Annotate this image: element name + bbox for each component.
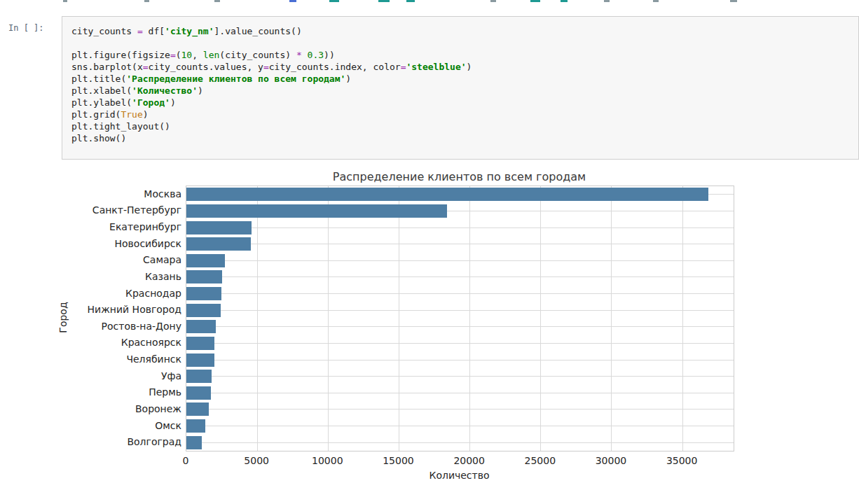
bar-Красноярск: [186, 337, 214, 350]
y-tick-label: Волгоград: [55, 435, 181, 448]
clipped-text-fragment: [604, 0, 610, 2]
bar-Ростов-на-Дону: [186, 320, 216, 333]
gridline: [328, 186, 329, 451]
y-tick-label: Краснодар: [55, 287, 181, 300]
code-token: 'Распределение клиентов по всем городам': [126, 74, 345, 84]
code-token: ,: [192, 50, 203, 60]
code-token: sns.barplot(x: [71, 62, 143, 72]
clipped-text-fragment: [653, 0, 659, 2]
y-tick-label: Новосибирск: [55, 237, 181, 250]
code-token: city_counts: [71, 26, 137, 36]
gridline: [540, 186, 541, 451]
bar-Казань: [186, 270, 222, 284]
bar-Омск: [186, 419, 205, 433]
code-line: plt.title('Распределение клиентов по все…: [71, 73, 854, 85]
clipped-text-fragment: [561, 0, 568, 2]
code-token: city_counts.values, y: [149, 62, 263, 72]
code-line: sns.barplot(x=city_counts.values, y=city…: [71, 61, 854, 73]
code-token: (city_counts): [219, 50, 296, 60]
clipped-text-fragment: [378, 0, 390, 2]
y-tick-label: Уфа: [55, 370, 181, 382]
clipped-text-fragment: [730, 0, 737, 2]
gridline: [186, 293, 734, 294]
y-tick-label: Екатеринбург: [55, 220, 181, 233]
code-line: city_counts = df['city_nm'].value_counts…: [71, 25, 854, 37]
gridline: [186, 260, 734, 261]
x-tick-label: 20000: [445, 455, 494, 467]
gridline: [682, 186, 683, 451]
code-token: =: [263, 62, 269, 72]
gridline: [186, 393, 734, 393]
bar-Волгоград: [186, 436, 202, 449]
y-tick-label: Самара: [55, 253, 181, 266]
y-tick-label: Нижний Новгород: [55, 303, 181, 316]
code-token: ].value_counts(): [214, 26, 302, 36]
code-cell[interactable]: city_counts = df['city_nm'].value_counts…: [62, 16, 859, 160]
x-tick-label: 5000: [232, 455, 281, 467]
gridline: [186, 376, 734, 377]
y-tick-label: Омск: [55, 419, 181, 432]
x-tick-label: 0: [161, 455, 210, 467]
code-token: =: [170, 50, 176, 60]
code-line: plt.show(): [71, 132, 854, 144]
y-tick-label: Санкт-Петербург: [55, 204, 181, 216]
bar-Новосибирск: [186, 237, 251, 251]
gridline: [186, 310, 734, 311]
bar-Санкт-Петербург: [186, 204, 447, 218]
gridline: [186, 244, 734, 244]
clipped-text-fragment: [214, 0, 220, 2]
code-line: plt.grid(True): [71, 108, 854, 120]
clipped-text-fragment: [289, 0, 296, 2]
bar-Уфа: [186, 370, 212, 383]
code-token: True: [121, 109, 142, 120]
bar-Пермь: [186, 386, 211, 400]
code-token: ): [170, 97, 176, 108]
gridline: [186, 343, 734, 344]
code-token: plt.grid(: [71, 109, 121, 120]
bar-Москва: [186, 188, 708, 201]
y-tick-label: Ростов-на-Дону: [55, 320, 181, 332]
plot-area: [186, 186, 734, 451]
gridline: [469, 186, 470, 451]
bar-Челябинск: [186, 354, 214, 367]
clipped-text-fragment: [406, 0, 415, 2]
code-editor[interactable]: city_counts = df['city_nm'].value_counts…: [71, 25, 854, 144]
code-token: plt.figure(figsize: [71, 50, 170, 60]
code-token: plt.tight_layout(): [71, 121, 170, 132]
code-token: 'Количество': [132, 85, 198, 96]
gridline: [186, 276, 734, 277]
code-line: [71, 37, 854, 49]
code-token: plt.xlabel(: [71, 85, 132, 96]
code-token: 'Город': [132, 97, 170, 108]
code-token: 10: [181, 50, 193, 60]
code-token: city_counts.index, color: [269, 62, 401, 72]
gridline: [257, 186, 258, 451]
cell-execution-prompt: In [ ]:: [8, 23, 57, 33]
code-line: plt.figure(figsize=(10, len(city_counts)…: [71, 49, 854, 61]
gridline: [399, 186, 399, 451]
bar-Краснодар: [186, 287, 221, 300]
code-token: len: [203, 50, 219, 60]
gridline: [611, 186, 612, 451]
code-token: 'city_nm': [165, 26, 214, 36]
chart-output: Распределение клиентов по всем городам К…: [55, 168, 755, 504]
code-token: *: [296, 50, 302, 60]
clipped-text-fragment: [63, 0, 67, 2]
bar-Екатеринбург: [186, 221, 252, 234]
code-token: ): [467, 62, 472, 72]
bar-Самара: [186, 254, 225, 267]
code-line: plt.ylabel('Город'): [71, 97, 854, 108]
y-tick-label: Москва: [55, 188, 181, 200]
x-tick-label: 10000: [303, 455, 352, 467]
code-line: plt.xlabel('Количество'): [71, 85, 854, 97]
x-tick-label: 25000: [516, 455, 565, 467]
y-tick-label: Красноярск: [55, 336, 181, 349]
code-token: ): [143, 109, 149, 120]
x-axis-label: Количество: [186, 470, 733, 481]
code-token: =: [137, 26, 143, 36]
clipped-text-fragment: [329, 0, 339, 2]
code-token: (: [176, 50, 181, 60]
x-tick-label: 35000: [657, 455, 706, 467]
clipped-text-fragment: [530, 0, 540, 2]
gridline: [186, 426, 734, 426]
